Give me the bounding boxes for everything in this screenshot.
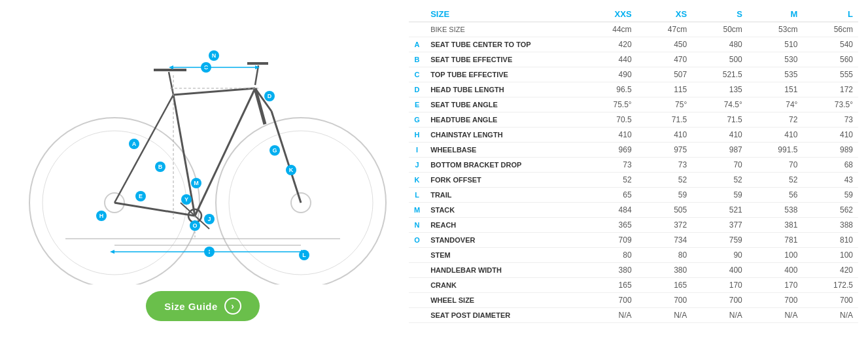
row-l: 172 [803,82,858,97]
row-m: 52 [748,173,803,188]
row-l: 172.5 [803,278,858,293]
row-label: SEAT TUBE EFFECTIVE [425,52,582,67]
row-xxs: 380 [582,263,637,278]
table-row: HCHAINSTAY LENGTH410410410410410 [409,128,858,143]
row-label: BIKE SIZE [425,22,582,37]
row-label: HANDLEBAR WIDTH [425,263,582,278]
svg-text:N: N [212,52,217,59]
row-xs: 372 [637,218,693,233]
row-xxs: 165 [582,278,637,293]
row-xs: N/A [637,308,693,323]
row-m: 100 [748,248,803,263]
svg-text:M: M [194,180,199,186]
row-s: 90 [692,248,748,263]
row-xs: 505 [637,203,693,218]
row-l: 989 [803,143,858,158]
row-xxs: 73 [582,158,637,173]
row-l: 100 [803,248,858,263]
row-label: CRANK [425,278,582,293]
row-s: 71.5 [692,112,748,128]
row-letter [409,248,425,263]
geometry-table: SIZE XXS XS S M L BIKE SIZE44cm47cm50cm5… [409,7,858,323]
row-xxs: 365 [582,218,637,233]
row-l: 560 [803,52,858,67]
svg-line-11 [114,95,173,203]
size-guide-label: Size Guide [164,301,218,312]
row-xxs: 484 [582,203,637,218]
table-row: NREACH365372377381388 [409,218,858,233]
row-s: 52 [692,173,748,188]
row-label: TOP TUBE EFFECTIVE [425,67,582,82]
row-l: 73.5° [803,97,858,112]
col-letter [409,7,425,22]
col-s: S [692,7,748,22]
row-l: N/A [803,308,858,323]
row-label: SEAT TUBE ANGLE [425,97,582,112]
row-letter: N [409,218,425,233]
table-row: HANDLEBAR WIDTH380380400400420 [409,263,858,278]
row-xxs: 700 [582,293,637,308]
row-xxs: 440 [582,52,637,67]
row-letter: I [409,143,425,158]
row-xxs: 709 [582,233,637,248]
table-row: ASEAT TUBE CENTER TO TOP420450480510540 [409,37,858,52]
table-row: MSTACK484505521538562 [409,203,858,218]
table-row: JBOTTOM BRACKET DROP7373707068 [409,158,858,173]
right-panel: SIZE XXS XS S M L BIKE SIZE44cm47cm50cm5… [406,0,868,330]
row-s: 135 [692,82,748,97]
row-l: 43 [803,173,858,188]
row-l: 56cm [803,22,858,37]
row-s: 170 [692,278,748,293]
row-l: 700 [803,293,858,308]
row-s: 400 [692,263,748,278]
row-s: 70 [692,158,748,173]
svg-text:O: O [192,222,197,229]
row-letter: H [409,128,425,143]
row-xs: 71.5 [637,112,693,128]
table-row: CTOP TUBE EFFECTIVE490507521.5535555 [409,67,858,82]
row-letter [409,278,425,293]
left-panel: A B C N D E G H [0,0,406,344]
row-l: 562 [803,203,858,218]
row-letter: J [409,158,425,173]
row-xxs: 75.5° [582,97,637,112]
row-m: 56 [748,188,803,203]
row-label: BOTTOM BRACKET DROP [425,158,582,173]
row-xxs: 65 [582,188,637,203]
row-m: 53cm [748,22,803,37]
table-row: IWHEELBASE969975987991.5989 [409,143,858,158]
row-letter [409,22,425,37]
row-letter: K [409,173,425,188]
row-xs: 470 [637,52,693,67]
row-label: WHEEL SIZE [425,293,582,308]
svg-line-15 [169,72,173,95]
col-xxs: XXS [582,7,637,22]
table-header-row: SIZE XXS XS S M L [409,7,858,22]
row-xxs: 969 [582,143,637,158]
svg-text:H: H [99,213,104,219]
row-label: SEAT POST DIAMETER [425,308,582,323]
table-row: BIKE SIZE44cm47cm50cm53cm56cm [409,22,858,37]
table-row: GHEADTUBE ANGLE70.571.571.57273 [409,112,858,128]
svg-text:K: K [289,167,294,173]
table-row: STEM808090100100 [409,248,858,263]
size-guide-button[interactable]: Size Guide › [146,291,260,321]
row-m: 410 [748,128,803,143]
row-s: 521 [692,203,748,218]
svg-text:J: J [207,216,211,222]
row-l: 68 [803,158,858,173]
row-l: 59 [803,188,858,203]
row-xxs: 70.5 [582,112,637,128]
table-row: ESEAT TUBE ANGLE75.5°75°74.5°74°73.5° [409,97,858,112]
row-xs: 115 [637,82,693,97]
row-s: 377 [692,218,748,233]
row-s: 480 [692,37,748,52]
col-l: L [803,7,858,22]
row-letter [409,308,425,323]
row-letter: O [409,233,425,248]
row-label: STEM [425,248,582,263]
row-s: N/A [692,308,748,323]
table-row: LTRAIL6559595659 [409,188,858,203]
row-s: 74.5° [692,97,748,112]
row-xxs: 44cm [582,22,637,37]
